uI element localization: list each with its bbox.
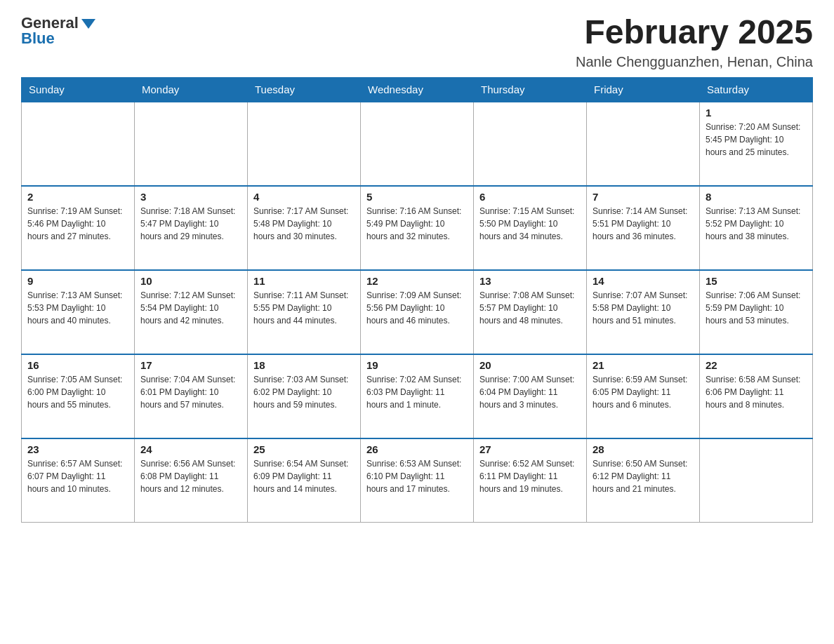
- day-info: Sunrise: 7:17 AM Sunset: 5:48 PM Dayligh…: [253, 205, 355, 243]
- day-of-week-header: Friday: [587, 77, 700, 102]
- calendar-day-cell: 13Sunrise: 7:08 AM Sunset: 5:57 PM Dayli…: [474, 270, 587, 354]
- day-number: 5: [366, 191, 468, 203]
- day-number: 19: [366, 359, 468, 371]
- logo-arrow-icon: [81, 19, 95, 29]
- day-info: Sunrise: 7:03 AM Sunset: 6:02 PM Dayligh…: [253, 373, 355, 411]
- calendar-week-row: 9Sunrise: 7:13 AM Sunset: 5:53 PM Daylig…: [22, 270, 813, 354]
- day-info: Sunrise: 6:57 AM Sunset: 6:07 PM Dayligh…: [27, 457, 128, 495]
- logo-blue-text: Blue: [21, 29, 55, 48]
- calendar-day-cell: 1Sunrise: 7:20 AM Sunset: 5:45 PM Daylig…: [700, 102, 813, 186]
- day-number: 2: [27, 191, 128, 203]
- day-number: 16: [27, 359, 128, 371]
- day-info: Sunrise: 7:04 AM Sunset: 6:01 PM Dayligh…: [140, 373, 241, 411]
- calendar-day-cell: 7Sunrise: 7:14 AM Sunset: 5:51 PM Daylig…: [587, 186, 700, 270]
- day-info: Sunrise: 6:59 AM Sunset: 6:05 PM Dayligh…: [593, 373, 694, 411]
- calendar-day-cell: [248, 102, 361, 186]
- calendar-day-cell: 15Sunrise: 7:06 AM Sunset: 5:59 PM Dayli…: [700, 270, 813, 354]
- calendar-day-cell: 22Sunrise: 6:58 AM Sunset: 6:06 PM Dayli…: [700, 354, 813, 438]
- calendar-day-cell: [587, 102, 700, 186]
- calendar-day-cell: 24Sunrise: 6:56 AM Sunset: 6:08 PM Dayli…: [135, 438, 248, 523]
- day-number: 25: [253, 443, 355, 455]
- day-number: 13: [479, 275, 581, 287]
- day-info: Sunrise: 7:07 AM Sunset: 5:58 PM Dayligh…: [593, 289, 694, 327]
- day-number: 15: [706, 275, 807, 287]
- calendar-day-cell: 12Sunrise: 7:09 AM Sunset: 5:56 PM Dayli…: [361, 270, 474, 354]
- calendar-day-cell: 6Sunrise: 7:15 AM Sunset: 5:50 PM Daylig…: [474, 186, 587, 270]
- day-number: 10: [140, 275, 241, 287]
- calendar-day-cell: [700, 438, 813, 523]
- day-info: Sunrise: 7:19 AM Sunset: 5:46 PM Dayligh…: [27, 205, 128, 243]
- day-number: 20: [479, 359, 581, 371]
- calendar-day-cell: 5Sunrise: 7:16 AM Sunset: 5:49 PM Daylig…: [361, 186, 474, 270]
- day-info: Sunrise: 7:05 AM Sunset: 6:00 PM Dayligh…: [27, 373, 128, 411]
- day-of-week-header: Tuesday: [248, 77, 361, 102]
- day-number: 9: [27, 275, 128, 287]
- day-of-week-header: Thursday: [474, 77, 587, 102]
- day-number: 24: [140, 443, 241, 455]
- day-info: Sunrise: 7:09 AM Sunset: 5:56 PM Dayligh…: [366, 289, 468, 327]
- calendar-week-row: 16Sunrise: 7:05 AM Sunset: 6:00 PM Dayli…: [22, 354, 813, 438]
- calendar-day-cell: 9Sunrise: 7:13 AM Sunset: 5:53 PM Daylig…: [22, 270, 135, 354]
- day-info: Sunrise: 7:18 AM Sunset: 5:47 PM Dayligh…: [140, 205, 241, 243]
- day-info: Sunrise: 7:11 AM Sunset: 5:55 PM Dayligh…: [253, 289, 355, 327]
- day-of-week-header: Saturday: [700, 77, 813, 102]
- day-info: Sunrise: 6:50 AM Sunset: 6:12 PM Dayligh…: [593, 457, 694, 495]
- page-header: General Blue February 2025 Nanle Chenggu…: [21, 14, 813, 70]
- day-info: Sunrise: 7:13 AM Sunset: 5:53 PM Dayligh…: [27, 289, 128, 327]
- day-number: 14: [593, 275, 694, 287]
- day-of-week-header: Sunday: [22, 77, 135, 102]
- calendar-table: SundayMondayTuesdayWednesdayThursdayFrid…: [21, 77, 813, 523]
- day-info: Sunrise: 6:53 AM Sunset: 6:10 PM Dayligh…: [366, 457, 468, 495]
- day-number: 17: [140, 359, 241, 371]
- calendar-day-cell: 17Sunrise: 7:04 AM Sunset: 6:01 PM Dayli…: [135, 354, 248, 438]
- calendar-week-row: 1Sunrise: 7:20 AM Sunset: 5:45 PM Daylig…: [22, 102, 813, 186]
- day-number: 28: [593, 443, 694, 455]
- logo: General Blue: [21, 14, 95, 48]
- day-number: 8: [706, 191, 807, 203]
- calendar-day-cell: [474, 102, 587, 186]
- calendar-day-cell: 21Sunrise: 6:59 AM Sunset: 6:05 PM Dayli…: [587, 354, 700, 438]
- calendar-header-row: SundayMondayTuesdayWednesdayThursdayFrid…: [22, 77, 813, 102]
- calendar-day-cell: 25Sunrise: 6:54 AM Sunset: 6:09 PM Dayli…: [248, 438, 361, 523]
- day-number: 23: [27, 443, 128, 455]
- day-info: Sunrise: 7:12 AM Sunset: 5:54 PM Dayligh…: [140, 289, 241, 327]
- day-number: 11: [253, 275, 355, 287]
- calendar-day-cell: 4Sunrise: 7:17 AM Sunset: 5:48 PM Daylig…: [248, 186, 361, 270]
- calendar-day-cell: 10Sunrise: 7:12 AM Sunset: 5:54 PM Dayli…: [135, 270, 248, 354]
- day-info: Sunrise: 6:52 AM Sunset: 6:11 PM Dayligh…: [479, 457, 581, 495]
- day-number: 26: [366, 443, 468, 455]
- calendar-day-cell: [135, 102, 248, 186]
- calendar-day-cell: 16Sunrise: 7:05 AM Sunset: 6:00 PM Dayli…: [22, 354, 135, 438]
- day-number: 7: [593, 191, 694, 203]
- day-number: 21: [593, 359, 694, 371]
- day-info: Sunrise: 7:14 AM Sunset: 5:51 PM Dayligh…: [593, 205, 694, 243]
- day-info: Sunrise: 6:58 AM Sunset: 6:06 PM Dayligh…: [706, 373, 807, 411]
- calendar-day-cell: 18Sunrise: 7:03 AM Sunset: 6:02 PM Dayli…: [248, 354, 361, 438]
- calendar-day-cell: 26Sunrise: 6:53 AM Sunset: 6:10 PM Dayli…: [361, 438, 474, 523]
- day-number: 1: [706, 107, 807, 119]
- day-info: Sunrise: 7:13 AM Sunset: 5:52 PM Dayligh…: [706, 205, 807, 243]
- calendar-day-cell: 19Sunrise: 7:02 AM Sunset: 6:03 PM Dayli…: [361, 354, 474, 438]
- calendar-week-row: 2Sunrise: 7:19 AM Sunset: 5:46 PM Daylig…: [22, 186, 813, 270]
- month-year-title: February 2025: [576, 14, 813, 51]
- calendar-day-cell: [22, 102, 135, 186]
- calendar-day-cell: 11Sunrise: 7:11 AM Sunset: 5:55 PM Dayli…: [248, 270, 361, 354]
- day-info: Sunrise: 7:08 AM Sunset: 5:57 PM Dayligh…: [479, 289, 581, 327]
- title-block: February 2025 Nanle Chengguanzhen, Henan…: [576, 14, 813, 70]
- calendar-day-cell: 8Sunrise: 7:13 AM Sunset: 5:52 PM Daylig…: [700, 186, 813, 270]
- day-info: Sunrise: 7:16 AM Sunset: 5:49 PM Dayligh…: [366, 205, 468, 243]
- day-info: Sunrise: 6:54 AM Sunset: 6:09 PM Dayligh…: [253, 457, 355, 495]
- calendar-day-cell: [361, 102, 474, 186]
- day-number: 27: [479, 443, 581, 455]
- calendar-day-cell: 14Sunrise: 7:07 AM Sunset: 5:58 PM Dayli…: [587, 270, 700, 354]
- day-info: Sunrise: 7:20 AM Sunset: 5:45 PM Dayligh…: [706, 121, 807, 159]
- day-info: Sunrise: 6:56 AM Sunset: 6:08 PM Dayligh…: [140, 457, 241, 495]
- day-info: Sunrise: 7:15 AM Sunset: 5:50 PM Dayligh…: [479, 205, 581, 243]
- calendar-day-cell: 2Sunrise: 7:19 AM Sunset: 5:46 PM Daylig…: [22, 186, 135, 270]
- location-subtitle: Nanle Chengguanzhen, Henan, China: [576, 54, 813, 70]
- day-of-week-header: Wednesday: [361, 77, 474, 102]
- day-number: 4: [253, 191, 355, 203]
- calendar-day-cell: 3Sunrise: 7:18 AM Sunset: 5:47 PM Daylig…: [135, 186, 248, 270]
- day-number: 3: [140, 191, 241, 203]
- calendar-week-row: 23Sunrise: 6:57 AM Sunset: 6:07 PM Dayli…: [22, 438, 813, 523]
